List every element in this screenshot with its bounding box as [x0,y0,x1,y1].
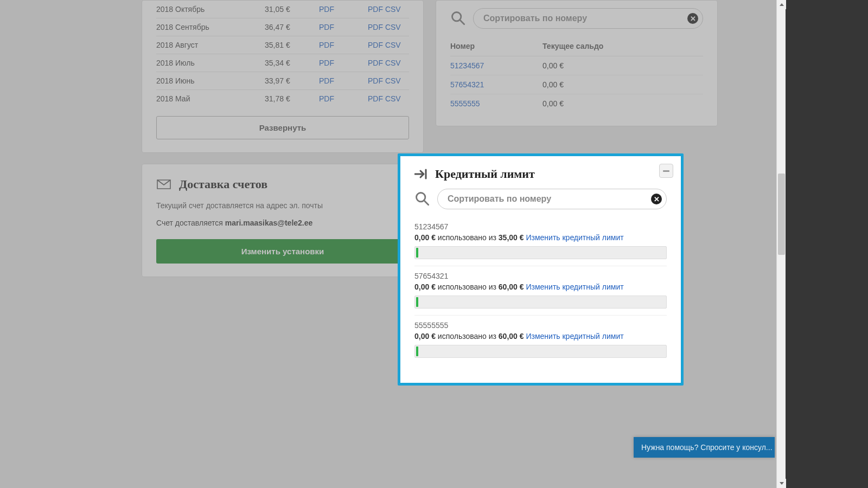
invoice-pdf-link[interactable]: PDF [319,41,334,49]
invoice-row: 2018 Май31,78 €PDFPDF CSV [156,90,409,108]
invoice-detail-csv-link[interactable]: CSV [385,94,401,103]
invoice-month: 2018 Июнь [156,72,265,90]
balance-value: 0,00 € [542,75,703,94]
invoice-detail-pdf-link[interactable]: PDF [368,41,383,49]
envelope-icon [156,178,171,191]
balance-value: 0,00 € [542,56,703,75]
invoice-detail-pdf-link[interactable]: PDF [368,76,383,85]
invoice-pdf-link[interactable]: PDF [319,5,334,14]
invoice-detail-csv-link[interactable]: CSV [385,76,401,85]
balances-search-input[interactable] [483,9,681,28]
balances-table: Номер Текущее сальдо 512345670,00 €57654… [450,36,703,113]
clear-icon[interactable]: ✕ [651,194,662,204]
invoice-amount: 31,05 € [265,1,319,18]
change-credit-limit-link[interactable]: Изменить кредитный лимит [526,282,623,291]
credit-limit-item: 512345670,00 € использовано из 35,00 € И… [414,217,667,266]
invoice-detail-pdf-link[interactable]: PDF [368,5,383,14]
invoice-pdf-link[interactable]: PDF [319,94,334,103]
scrollbar[interactable] [776,0,786,488]
delivery-email-value: mari.maasikas@tele2.ee [225,219,313,227]
balance-number-link[interactable]: 51234567 [450,61,484,70]
invoice-row: 2018 Июнь33,97 €PDFPDF CSV [156,72,409,90]
invoice-detail-pdf-link[interactable]: PDF [368,59,383,67]
change-settings-button[interactable]: Изменить установки [156,239,409,264]
invoice-month: 2018 Июль [156,54,265,72]
invoice-month: 2018 Август [156,36,265,54]
svg-line-1 [460,20,464,24]
balance-value: 0,00 € [542,94,703,113]
balance-number-link[interactable]: 57654321 [450,80,484,89]
invoice-month: 2018 Май [156,90,265,108]
invoice-row: 2018 Июль35,34 €PDFPDF CSV [156,54,409,72]
search-icon [450,10,465,27]
credit-limit-card: Кредитный лимит ✕ 512345670,00 € использ… [398,153,684,386]
invoice-amount: 31,78 € [265,90,319,108]
delivery-card: Доставка счетов Текущий счет доставляетс… [142,164,424,277]
invoice-detail-csv-link[interactable]: CSV [385,23,401,31]
invoice-detail-pdf-link[interactable]: PDF [368,23,383,31]
scroll-down-button[interactable] [777,479,786,488]
expand-button[interactable]: Развернуть [156,116,409,139]
balances-card: ✕ Номер Текущее сальдо 512345670,00 €576… [436,0,718,126]
collapse-button[interactable] [659,164,673,178]
delivery-line1: Текущий счет доставляется на адрес эл. п… [156,201,409,210]
scroll-up-button[interactable] [777,0,786,9]
invoice-detail-csv-link[interactable]: CSV [385,5,401,14]
invoice-detail-csv-link[interactable]: CSV [385,41,401,49]
invoices-card: 2018 Октябрь31,05 €PDFPDF CSV2018 Сентяб… [142,0,424,153]
credit-search[interactable]: ✕ [437,189,667,209]
invoice-month: 2018 Сентябрь [156,18,265,36]
balance-number-link[interactable]: 5555555 [450,99,480,108]
invoice-amount: 36,47 € [265,18,319,36]
right-black-strip [786,0,868,488]
change-credit-limit-link[interactable]: Изменить кредитный лимит [526,332,623,341]
delivery-line2: Счет доставляется mari.maasikas@tele2.ee [156,219,409,227]
balance-row: 55555550,00 € [450,94,703,113]
invoice-amount: 35,81 € [265,36,319,54]
invoices-table: 2018 Октябрь31,05 €PDFPDF CSV2018 Сентяб… [156,1,409,107]
credit-usage-bar [414,296,667,309]
delivery-title: Доставка счетов [179,177,267,191]
invoice-month: 2018 Октябрь [156,1,265,18]
clear-icon[interactable]: ✕ [687,13,698,24]
invoice-pdf-link[interactable]: PDF [319,59,334,67]
credit-limit-item: 555555550,00 € использовано из 60,00 € И… [414,316,667,358]
credit-item-number: 55555555 [414,321,667,330]
balances-search[interactable]: ✕ [473,8,703,29]
credit-item-line: 0,00 € использовано из 35,00 € Изменить … [414,233,667,242]
scrollbar-thumb[interactable] [778,174,785,255]
help-widget[interactable]: Нужна помощь? Спросите у консул... [634,437,775,458]
balances-col-balance: Текущее сальдо [542,36,703,56]
delivery-line2-prefix: Счет доставляется [156,219,225,227]
limit-arrow-icon [414,169,429,179]
credit-item-number: 51234567 [414,222,667,231]
credit-search-input[interactable] [448,189,644,209]
svg-line-4 [424,200,429,204]
invoice-pdf-link[interactable]: PDF [319,23,334,31]
invoice-amount: 35,34 € [265,54,319,72]
credit-item-number: 57654321 [414,272,667,280]
search-icon [414,191,430,208]
balances-col-number: Номер [450,36,542,56]
credit-item-line: 0,00 € использовано из 60,00 € Изменить … [414,282,667,291]
credit-item-line: 0,00 € использовано из 60,00 € Изменить … [414,332,667,341]
invoice-row: 2018 Сентябрь36,47 €PDFPDF CSV [156,18,409,36]
invoice-detail-csv-link[interactable]: CSV [385,59,401,67]
balance-row: 576543210,00 € [450,75,703,94]
change-credit-limit-link[interactable]: Изменить кредитный лимит [526,233,623,242]
invoice-amount: 33,97 € [265,72,319,90]
credit-limit-item: 576543210,00 € использовано из 60,00 € И… [414,266,667,316]
invoice-detail-pdf-link[interactable]: PDF [368,94,383,103]
invoice-row: 2018 Октябрь31,05 €PDFPDF CSV [156,1,409,18]
credit-usage-bar [414,345,667,358]
credit-usage-bar [414,246,667,259]
invoice-row: 2018 Август35,81 €PDFPDF CSV [156,36,409,54]
balance-row: 512345670,00 € [450,56,703,75]
credit-limit-title: Кредитный лимит [435,167,535,181]
invoice-pdf-link[interactable]: PDF [319,76,334,85]
